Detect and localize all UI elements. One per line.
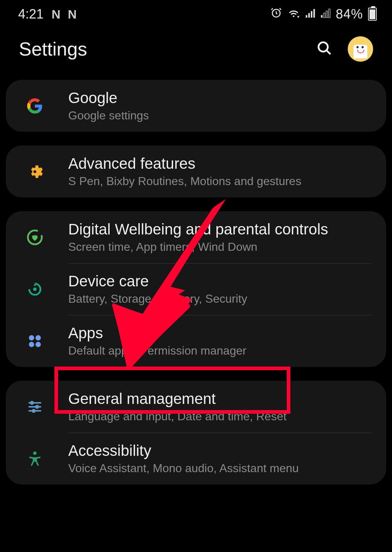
refresh-circle-icon (26, 281, 44, 298)
item-subtitle: Screen time, App timers, Wind Down (68, 240, 328, 254)
status-bar: 4:21 N N 84% (0, 0, 392, 25)
alarm-icon (270, 7, 282, 22)
item-subtitle: Voice Assistant, Mono audio, Assistant m… (68, 462, 299, 475)
page-title: Settings (19, 38, 87, 60)
svg-rect-8 (328, 9, 330, 18)
item-title: Apps (68, 324, 246, 342)
svg-rect-2 (308, 13, 310, 18)
item-subtitle: Battery, Storage, Memory, Security (68, 292, 247, 306)
svg-point-12 (33, 287, 37, 291)
apps-grid-icon (26, 332, 44, 350)
status-right: 84% (270, 7, 377, 22)
svg-point-16 (36, 342, 41, 347)
item-title: Google (68, 89, 149, 107)
settings-item-device-care[interactable]: Device care Battery, Storage, Memory, Se… (6, 263, 386, 315)
search-icon[interactable] (317, 40, 332, 58)
svg-point-22 (32, 409, 35, 412)
svg-point-18 (31, 401, 33, 404)
item-title: Device care (68, 273, 247, 290)
svg-point-20 (36, 405, 38, 408)
settings-item-accessibility[interactable]: Accessibility Voice Assistant, Mono audi… (6, 433, 386, 484)
settings-item-google[interactable]: Google Google settings (6, 80, 386, 132)
item-subtitle: Google settings (68, 109, 149, 122)
accessibility-icon (26, 450, 44, 467)
svg-point-14 (36, 335, 41, 340)
svg-rect-7 (326, 11, 327, 17)
settings-item-apps[interactable]: Apps Default apps, Permission manager (6, 315, 386, 367)
wifi-icon (287, 7, 300, 22)
gear-icon (26, 163, 44, 180)
google-icon (26, 97, 44, 115)
svg-rect-1 (306, 15, 307, 18)
settings-item-digital-wellbeing[interactable]: Digital Wellbeing and parental controls … (6, 211, 386, 263)
settings-group: Advanced features S Pen, Bixby Routines,… (6, 146, 386, 197)
settings-header: Settings (0, 25, 392, 80)
notification-icon: N (52, 7, 60, 21)
avatar[interactable] (348, 36, 373, 62)
item-title: Advanced features (68, 155, 301, 172)
svg-point-13 (29, 335, 34, 340)
item-title: General management (68, 390, 286, 408)
svg-line-10 (327, 50, 331, 54)
item-title: Accessibility (68, 442, 299, 459)
svg-point-15 (29, 342, 34, 347)
item-subtitle: Default apps, Permission manager (68, 344, 246, 357)
item-subtitle: S Pen, Bixby Routines, Motions and gestu… (68, 175, 301, 188)
item-title: Digital Wellbeing and parental controls (68, 221, 328, 238)
status-time: 4:21 (18, 7, 44, 22)
svg-rect-5 (321, 15, 322, 18)
signal-icon (305, 7, 315, 22)
svg-rect-4 (313, 9, 315, 18)
svg-point-11 (33, 170, 36, 173)
battery-percent: 84% (336, 7, 363, 22)
sliders-icon (26, 398, 44, 416)
svg-rect-3 (311, 11, 312, 17)
settings-group: Google Google settings (6, 80, 386, 132)
signal-icon-2 (320, 7, 331, 22)
svg-point-9 (319, 42, 328, 52)
settings-group: Digital Wellbeing and parental controls … (6, 211, 386, 367)
settings-item-general-management[interactable]: General management Language and input, D… (6, 381, 386, 433)
settings-item-advanced-features[interactable]: Advanced features S Pen, Bixby Routines,… (6, 146, 386, 197)
svg-rect-6 (323, 13, 325, 18)
header-actions (317, 36, 373, 62)
settings-group: General management Language and input, D… (6, 381, 386, 484)
battery-icon (368, 8, 377, 21)
item-subtitle: Language and input, Date and time, Reset (68, 410, 286, 423)
notification-icon: N (68, 7, 76, 21)
settings-content[interactable]: Google Google settings Advanced features… (0, 80, 392, 484)
svg-point-23 (33, 451, 37, 455)
status-left: 4:21 N N (18, 7, 76, 22)
heart-circle-icon (26, 229, 44, 246)
